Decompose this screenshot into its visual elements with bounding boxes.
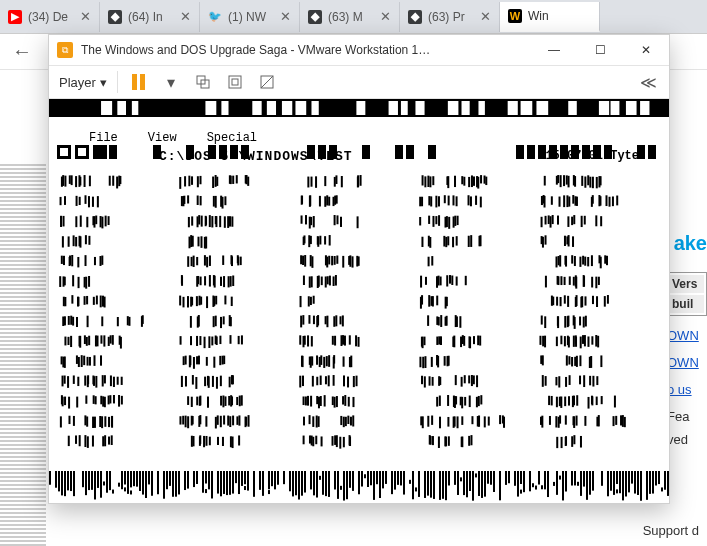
window-title-bar[interactable]: ⧉ The Windows and DOS Upgrade Saga - VMw…: [49, 35, 669, 65]
close-icon[interactable]: ✕: [80, 9, 91, 24]
collapse-toolbar-icon[interactable]: ≪: [637, 71, 659, 93]
back-button[interactable]: ←: [12, 40, 32, 63]
svg-rect-2: [229, 76, 241, 88]
other-link[interactable]: o us: [667, 382, 707, 397]
window-title: The Windows and DOS Upgrade Saga - VMwar…: [81, 43, 531, 57]
player-label: Player: [59, 75, 96, 90]
page-logo-fragment: ake: [674, 232, 707, 255]
dos-menu-item: Special: [207, 131, 257, 145]
dos-path: C:\DOS 5 \WINDOWS\TEST: [159, 149, 353, 164]
close-icon[interactable]: ✕: [380, 9, 391, 24]
roblox-icon: ◆: [308, 10, 322, 24]
youtube-icon: ▶: [8, 10, 22, 24]
maximize-button[interactable]: ☐: [577, 35, 623, 65]
browser-tab[interactable]: ◆ (63) M ✕: [300, 2, 400, 32]
tab-label: (34) De: [28, 10, 74, 24]
dos-time: 15:07 01 Tyte: [545, 149, 639, 163]
tab-label: (63) Pr: [428, 10, 474, 24]
chevron-down-icon[interactable]: ▾: [160, 71, 182, 93]
tab-label: (1) NW: [228, 10, 274, 24]
download-link[interactable]: OWN: [667, 328, 707, 343]
table-header: Vers: [670, 275, 704, 293]
dos-menu-bar: File View Special: [89, 131, 257, 145]
browser-tab[interactable]: ◆ (63) Pr ✕: [400, 2, 500, 32]
browser-tab[interactable]: 🐦 (1) NW ✕: [200, 2, 300, 32]
text-fragment: ved: [667, 432, 707, 447]
separator: [117, 71, 118, 93]
browser-tab[interactable]: ▶ (34) De ✕: [0, 2, 100, 32]
vmware-toolbar: Player ▾ ▾ ≪: [49, 65, 669, 99]
vmware-icon: ⧉: [57, 42, 73, 58]
browser-tab[interactable]: W Win: [500, 2, 600, 32]
send-ctrl-alt-del-icon[interactable]: [192, 71, 214, 93]
close-button[interactable]: ✕: [623, 35, 669, 65]
pause-button[interactable]: [128, 71, 150, 93]
vm-display[interactable]: File View Special C:\DOS 5 \WINDOWS\TEST…: [49, 99, 669, 503]
twitter-icon: 🐦: [208, 10, 222, 24]
svg-line-5: [261, 76, 273, 88]
winworld-icon: W: [508, 9, 522, 23]
vmware-window: ⧉ The Windows and DOS Upgrade Saga - VMw…: [48, 34, 670, 504]
download-link[interactable]: OWN: [667, 355, 707, 370]
browser-tab-strip: ▶ (34) De ✕ ◆ (64) In ✕ 🐦 (1) NW ✕ ◆ (63…: [0, 0, 707, 34]
unity-mode-icon[interactable]: [256, 71, 278, 93]
support-text: Support d: [643, 523, 699, 538]
page-decoration: [0, 162, 46, 546]
chevron-down-icon: ▾: [100, 75, 107, 90]
dos-menu-item: View: [148, 131, 177, 145]
browser-tab[interactable]: ◆ (64) In ✕: [100, 2, 200, 32]
tab-label: (63) M: [328, 10, 374, 24]
roblox-icon: ◆: [108, 10, 122, 24]
fullscreen-icon[interactable]: [224, 71, 246, 93]
tab-label: (64) In: [128, 10, 174, 24]
table-header: buil: [670, 295, 704, 313]
close-icon[interactable]: ✕: [280, 9, 291, 24]
minimize-button[interactable]: —: [531, 35, 577, 65]
tab-label: Win: [528, 9, 591, 23]
close-icon[interactable]: ✕: [480, 9, 491, 24]
dos-menu-item: File: [89, 131, 118, 145]
close-icon[interactable]: ✕: [180, 9, 191, 24]
page-side-panel: Vers buil OWN OWN o us Fea ved: [667, 272, 707, 455]
player-dropdown[interactable]: Player ▾: [59, 75, 107, 90]
text-fragment: Fea: [667, 409, 707, 424]
svg-rect-3: [232, 79, 238, 85]
roblox-icon: ◆: [408, 10, 422, 24]
